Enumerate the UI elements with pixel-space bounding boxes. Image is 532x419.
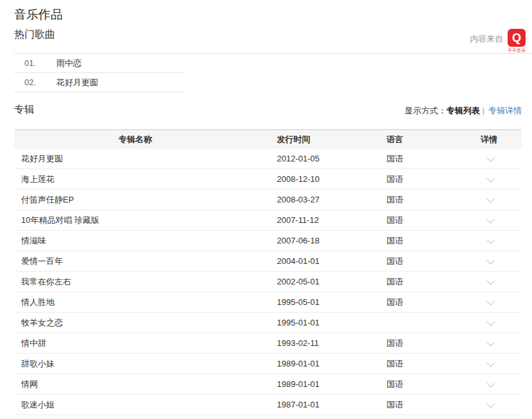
detail-cell [456, 193, 522, 207]
header-detail: 详情 [456, 134, 522, 145]
expand-details-button[interactable] [483, 194, 495, 207]
song-index: 01. [14, 58, 56, 68]
release-date-cell: 1989-01-01 [256, 379, 333, 389]
table-row: 歌迷小姐 1987-01-01 国语 [14, 395, 522, 415]
release-date-cell: 1989-01-01 [256, 359, 333, 368]
table-row: 情滋味 2007-06-18 国语 [14, 231, 522, 251]
language-cell: 国语 [333, 358, 456, 370]
chevron-down-icon [486, 256, 495, 265]
chevron-down-icon [486, 400, 495, 408]
release-date-cell: 2002-05-01 [256, 277, 333, 286]
expand-details-button[interactable] [483, 317, 495, 330]
hot-songs-title: 热门歌曲 [14, 28, 55, 41]
expand-details-button[interactable] [483, 276, 495, 289]
release-date-cell: 2004-01-01 [256, 256, 333, 266]
chevron-down-icon [486, 215, 495, 224]
album-name-cell: 情网 [14, 379, 256, 390]
language-cell: 国语 [333, 256, 456, 267]
hot-songs-list: 01. 雨中恋 02. 花好月更圆 [14, 54, 184, 92]
table-row: 情中甜 1993-02-11 国语 [14, 333, 522, 354]
detail-cell [456, 152, 522, 166]
language-cell: 国语 [333, 153, 456, 165]
chevron-down-icon [486, 297, 495, 306]
detail-cell [456, 336, 522, 350]
language-cell: 国语 [333, 399, 456, 411]
expand-details-button[interactable] [483, 215, 495, 227]
qianqian-music-logo[interactable]: Q 千千音乐 [508, 29, 526, 53]
mode-album-detail[interactable]: 专辑详情 [488, 106, 522, 115]
expand-details-button[interactable] [483, 235, 495, 248]
albums-title: 专辑 [14, 103, 35, 117]
release-date-cell: 1995-01-01 [256, 318, 333, 327]
expand-details-button[interactable] [483, 358, 495, 371]
expand-details-button[interactable] [483, 297, 495, 309]
mode-separator: | [483, 106, 485, 115]
hot-songs-header: 热门歌曲 内容来自 Q 千千音乐 [14, 28, 532, 54]
brand-name-text: 千千音乐 [508, 47, 526, 53]
detail-cell [456, 213, 522, 227]
chevron-down-icon [486, 195, 495, 203]
expand-details-button[interactable] [483, 174, 495, 186]
table-row: 情人胜地 1995-05-01 国语 [14, 292, 522, 313]
display-mode-label: 显示方式： [405, 106, 447, 115]
language-cell: 国语 [333, 379, 456, 390]
album-name-cell: 10年精品对唱 珍藏版 [14, 215, 256, 226]
brand-q-icon: Q [508, 29, 526, 47]
mode-album-list[interactable]: 专辑列表 [447, 106, 480, 115]
detail-cell [456, 234, 522, 248]
language-cell: 国语 [333, 235, 456, 247]
expand-details-button[interactable] [483, 338, 495, 350]
header-language: 语言 [333, 134, 456, 145]
expand-details-button[interactable] [483, 256, 495, 268]
album-name-cell: 歌迷小姐 [14, 399, 256, 411]
language-cell: 国语 [333, 297, 456, 308]
song-name[interactable]: 花好月更圆 [56, 77, 98, 88]
chevron-down-icon [486, 154, 495, 162]
release-date-cell: 1987-01-01 [256, 400, 333, 409]
expand-details-button[interactable] [483, 379, 495, 391]
expand-details-button[interactable] [483, 399, 495, 412]
table-row: 甜歌小妹 1989-01-01 国语 [14, 354, 522, 374]
detail-cell [456, 357, 522, 371]
detail-cell [456, 377, 522, 391]
release-date-cell: 2008-12-10 [256, 174, 333, 184]
table-row: 10年精品对唱 珍藏版 2007-11-12 国语 [14, 210, 522, 231]
table-row: 我常在你左右 2002-05-01 国语 [14, 272, 522, 292]
album-name-cell: 牧羊女之恋 [14, 317, 256, 329]
release-date-cell: 2012-01-05 [256, 154, 333, 163]
album-name-cell: 情滋味 [14, 235, 256, 247]
source-label: 内容来自 [470, 33, 503, 45]
release-date-cell: 1993-02-11 [256, 338, 333, 348]
content-source: 内容来自 Q 千千音乐 [470, 28, 526, 53]
song-index: 02. [14, 78, 56, 87]
release-date-cell: 2008-03-27 [256, 195, 333, 204]
release-date-cell: 1995-05-01 [256, 297, 333, 307]
chevron-down-icon [486, 379, 495, 388]
language-cell: 国语 [333, 174, 456, 185]
album-name-cell: 爱情一百年 [14, 256, 256, 267]
table-row: 海上莲花 2008-12-10 国语 [14, 169, 522, 190]
expand-details-button[interactable] [483, 153, 495, 166]
chevron-down-icon [486, 338, 495, 347]
display-mode-switch: 显示方式：专辑列表|专辑详情 [405, 105, 522, 117]
table-row: 爱情一百年 2004-01-01 国语 [14, 251, 522, 272]
table-body: 花好月更圆 2012-01-05 国语 海上莲花 2008-12-10 国语 付… [14, 149, 522, 415]
detail-cell [456, 254, 522, 268]
album-name-cell: 我常在你左右 [14, 276, 256, 288]
chevron-down-icon [486, 236, 495, 244]
table-header-row: 专辑名称 发行时间 语言 详情 [14, 129, 522, 149]
table-row: 付笛声任静EP 2008-03-27 国语 [14, 190, 522, 210]
language-cell: 国语 [333, 338, 456, 349]
release-date-cell: 2007-11-12 [256, 215, 333, 225]
album-name-cell: 情中甜 [14, 338, 256, 349]
chevron-down-icon [486, 277, 495, 285]
chevron-down-icon [486, 359, 495, 367]
page-title: 音乐作品 [14, 8, 532, 22]
song-name[interactable]: 雨中恋 [56, 58, 81, 69]
album-name-cell: 付笛声任静EP [14, 194, 256, 206]
chevron-down-icon [486, 318, 495, 326]
chevron-down-icon [486, 174, 495, 183]
album-name-cell: 花好月更圆 [14, 153, 256, 165]
header-album-name: 专辑名称 [14, 134, 256, 145]
release-date-cell: 2007-06-18 [256, 236, 333, 245]
